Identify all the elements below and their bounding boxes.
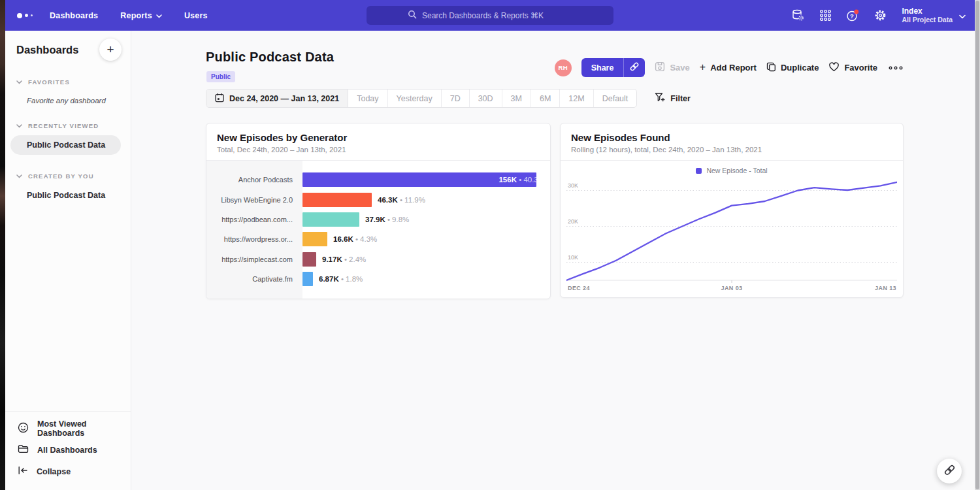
settings-icon[interactable]: [873, 8, 887, 23]
share-button[interactable]: Share: [581, 58, 624, 77]
date-range-group: Dec 24, 2020 — Jan 13, 2021 TodayYesterd…: [206, 89, 637, 108]
bar-segment[interactable]: [302, 193, 372, 207]
collapse-left-icon: [18, 466, 28, 477]
svg-text:DEC 24: DEC 24: [568, 285, 590, 291]
date-range-label: Dec 24, 2020 — Jan 13, 2021: [229, 94, 339, 103]
bar-row-https-wordpress-or: https://wordpress.or... 16.6K • 4.3%: [206, 229, 550, 249]
scrollbar-thumb[interactable]: [975, 1, 979, 489]
project-name: Index: [902, 7, 953, 16]
sidebar-section-recently-viewed[interactable]: RECENTLY VIEWED: [5, 122, 131, 129]
favorite-button[interactable]: Favorite: [828, 62, 877, 74]
plus-icon: +: [700, 61, 706, 73]
bar-segment[interactable]: [302, 212, 359, 227]
date-preset-yesterday[interactable]: Yesterday: [388, 90, 442, 107]
chevron-down-icon: [156, 11, 162, 20]
nav-link-users[interactable]: Users: [184, 11, 208, 20]
chevron-down-icon: [959, 10, 966, 22]
date-preset-30d[interactable]: 30D: [470, 90, 502, 107]
logo-dot: [17, 13, 22, 18]
legend-swatch: [696, 168, 702, 174]
bar-category-label: https://podbean.com...: [206, 216, 302, 223]
search-input[interactable]: [422, 11, 572, 20]
line-series[interactable]: [566, 182, 897, 280]
visibility-badge: Public: [206, 71, 235, 82]
bar-segment[interactable]: [302, 232, 327, 246]
bar-category-label: Libsyn WebEngine 2.0: [206, 196, 302, 204]
navbar-right: ? Index All Project Data: [791, 0, 966, 31]
legend-label: New Episode - Total: [706, 167, 767, 174]
date-presets: TodayYesterday7D30D3M6M12MDefault: [348, 90, 636, 107]
sidebar-section-favorites[interactable]: FAVORITES: [5, 78, 131, 86]
date-preset-6m[interactable]: 6M: [531, 90, 560, 107]
bar-row-captivate-fm: Captivate.fm 6.87K • 1.8%: [206, 269, 550, 289]
date-preset-12m[interactable]: 12M: [560, 90, 593, 107]
add-dashboard-button[interactable]: +: [99, 39, 122, 61]
top-navbar: DashboardsReportsUsers ? Index All Proje…: [5, 0, 975, 31]
svg-text:JAN 13: JAN 13: [875, 285, 896, 291]
date-preset-today[interactable]: Today: [348, 90, 387, 107]
nav-link-reports[interactable]: Reports: [120, 11, 162, 20]
bar-value: 9.17K • 2.4%: [322, 252, 366, 267]
date-preset-3m[interactable]: 3M: [502, 90, 531, 107]
filter-icon: [655, 92, 665, 105]
line-chart-legend: New Episode - Total: [566, 165, 897, 176]
global-search[interactable]: [367, 6, 613, 25]
share-link-button[interactable]: [623, 58, 645, 77]
chevron-down-icon: [16, 78, 22, 86]
sidebar-item-public-podcast-data[interactable]: Public Podcast Data: [10, 135, 121, 155]
svg-text:10K: 10K: [568, 254, 578, 261]
apps-grid-icon[interactable]: [818, 8, 832, 23]
date-preset-default[interactable]: Default: [594, 90, 637, 107]
bar-segment[interactable]: [302, 252, 316, 267]
bar-row-https-podbean-com: https://podbean.com... 37.9K • 9.8%: [206, 210, 550, 229]
page-scrollbar[interactable]: [975, 0, 980, 490]
date-toolbar: Dec 24, 2020 — Jan 13, 2021 TodayYesterd…: [206, 89, 691, 108]
duplicate-button[interactable]: Duplicate: [766, 62, 819, 74]
data-sources-icon[interactable]: [791, 8, 805, 23]
date-preset-7d[interactable]: 7D: [442, 90, 470, 107]
svg-text:20K: 20K: [568, 218, 578, 225]
bar-segment[interactable]: [302, 272, 313, 286]
add-report-button[interactable]: + Add Report: [700, 63, 757, 73]
filter-label: Filter: [670, 94, 691, 103]
copy-link-fab[interactable]: [937, 459, 962, 483]
bar-row-anchor-podcasts: Anchor Podcasts 156K • 40.3%: [206, 170, 550, 189]
logo-dot: [25, 14, 28, 17]
bar-row-libsyn-webengine-2-0: Libsyn WebEngine 2.0 46.3K • 11.9%: [206, 189, 550, 209]
bar-category-label: https://simplecast.com: [206, 255, 302, 263]
heart-icon: [828, 62, 840, 74]
bar-chart-card: New Episodes by Generator Total, Dec 24t…: [206, 123, 551, 299]
page-title: Public Podcast Data: [206, 50, 334, 65]
sidebar-item-public-podcast-data[interactable]: Public Podcast Data: [5, 186, 121, 205]
sidebar-title: Dashboards: [16, 44, 78, 56]
project-subtitle: All Project Data: [902, 16, 953, 24]
sidebar-footer-collapse[interactable]: Collapse: [5, 461, 131, 482]
app-logo[interactable]: [17, 13, 33, 18]
calendar-icon: [215, 93, 224, 105]
chevron-down-icon: [16, 172, 22, 180]
sidebar: Dashboards + FAVORITESFavorite any dashb…: [5, 31, 131, 490]
line-chart-subtitle: Rolling (12 hours), total, Dec 24th, 202…: [571, 146, 892, 154]
sidebar-footer-most-viewed-dashboards[interactable]: Most Viewed Dashboards: [5, 417, 131, 439]
line-chart-title: New Episodes Found: [571, 132, 892, 143]
sidebar-section-created-by-you[interactable]: CREATED BY YOU: [5, 172, 131, 180]
bar-value: 37.9K • 9.8%: [365, 212, 409, 227]
filter-button[interactable]: Filter: [655, 92, 691, 105]
sidebar-footer-all-dashboards[interactable]: All Dashboards: [5, 439, 131, 461]
line-chart[interactable]: 10K20K30KDEC 24JAN 03JAN 13: [566, 177, 897, 299]
sidebar-sections: FAVORITESFavorite any dashboardRECENTLY …: [5, 78, 131, 205]
date-range-button[interactable]: Dec 24, 2020 — Jan 13, 2021: [206, 90, 348, 107]
main-content: Public Podcast Data Public RH Share Save…: [131, 31, 975, 490]
svg-text:JAN 03: JAN 03: [721, 285, 743, 291]
more-options-button[interactable]: [887, 65, 904, 71]
help-icon[interactable]: ?: [845, 8, 860, 23]
save-button[interactable]: Save: [655, 61, 689, 74]
link-icon: [943, 464, 956, 479]
add-report-label: Add Report: [710, 63, 757, 73]
background-window-edge: [0, 0, 5, 490]
nav-link-dashboards[interactable]: Dashboards: [50, 11, 98, 20]
duplicate-label: Duplicate: [781, 63, 819, 73]
logo-dot: [31, 14, 33, 16]
project-switcher[interactable]: Index All Project Data: [902, 7, 966, 24]
bar-chart-title: New Episodes by Generator: [217, 132, 540, 143]
